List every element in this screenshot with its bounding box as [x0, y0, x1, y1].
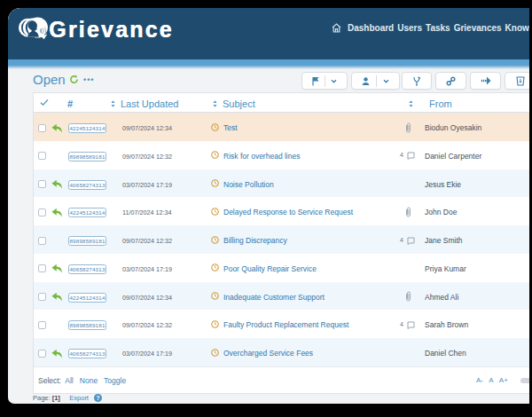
svg-text:?: ?: [97, 395, 100, 401]
